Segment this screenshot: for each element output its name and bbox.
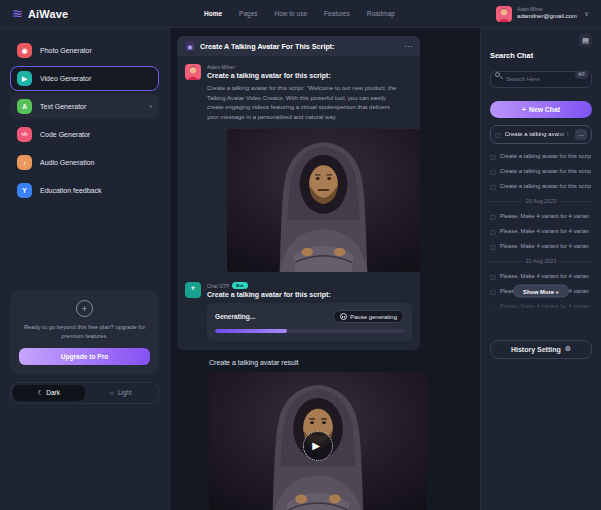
video-icon: ▶: [17, 71, 32, 86]
nav-roadmap[interactable]: Roadmap: [367, 10, 395, 17]
logo-icon: ≋: [12, 7, 23, 20]
nav-features[interactable]: Features: [324, 10, 350, 17]
sidebar-item-label: Video Generator: [40, 75, 91, 82]
chat-item-label: Please, Make 4 variant for 4 varian: [500, 273, 590, 279]
logo-text: AiWave: [28, 8, 69, 20]
message-author: Chat GTP Bot: [207, 282, 412, 289]
chat-item-label: Create a talking avatar for this scrip: [500, 168, 591, 174]
play-button[interactable]: ▶: [303, 431, 333, 461]
search-chat-title: Search Chat: [490, 51, 592, 60]
message-title: Create a talking avatar for this script:: [207, 291, 412, 298]
chat-history-item[interactable]: ▢ Create a talking avatar for this scrip: [490, 179, 592, 194]
chat-item-label: Please, Make 4 variant for 4 varian: [500, 213, 590, 219]
sidebar-item-photo-generator[interactable]: ◉ Photo Generator: [10, 38, 159, 63]
date-label: 21 Aug 2023: [526, 258, 556, 264]
active-chat-item[interactable]: ▢ Create a talking avatar for this scrip…: [490, 125, 592, 144]
chat-history-item[interactable]: ▢ Create a talking avatar for this scrip: [490, 164, 592, 179]
chat-history-item[interactable]: ▢ Create a talking avatar for this scrip: [490, 149, 592, 164]
dark-mode-button[interactable]: ☾ Dark: [13, 385, 85, 401]
result-section: Create a talking avatar result ▶ Downloa…: [209, 359, 480, 510]
message-content: Chat GTP Bot Create a talking avatar for…: [207, 282, 412, 341]
nav-how-to-use[interactable]: How to use: [275, 10, 308, 17]
history-sidebar: ▤ Search Chat ⌘F + New Chat ▢ Create a t…: [480, 28, 601, 510]
logo[interactable]: ≋ AiWave: [12, 7, 168, 20]
user-menu[interactable]: Adam Milner adamilner@gmail.com ∨: [496, 6, 589, 22]
sidebar-item-video-generator[interactable]: ▶ Video Generator: [10, 66, 159, 91]
chatgtp-avatar: *: [185, 282, 201, 298]
shortcut-badge: ⌘F: [575, 71, 588, 80]
chevron-right-icon: ›: [149, 102, 152, 111]
history-setting-label: History Setting: [511, 346, 561, 353]
dark-label: Dark: [46, 389, 60, 396]
collapse-panel-button[interactable]: ▤: [579, 34, 592, 47]
top-bar: ≋ AiWave Home Pages How to use Features …: [0, 0, 601, 28]
pause-label: Pause generating: [350, 314, 397, 320]
result-video: ▶: [209, 372, 427, 510]
main-nav: Home Pages How to use Features Roadmap: [204, 10, 395, 17]
nav-pages[interactable]: Pages: [239, 10, 257, 17]
date-divider: 21 Aug 2023: [490, 254, 592, 269]
chat-history-item[interactable]: ▢ Please, Make 4 variant for 4 varian: [490, 299, 592, 314]
sidebar-item-label: Text Generator: [40, 103, 86, 110]
sidebar-item-label: Code Generator: [40, 131, 90, 138]
chat-icon: ▢: [490, 213, 496, 220]
chat-icon: ▢: [490, 288, 496, 295]
sidebar-item-education-feedback[interactable]: Y Education feedback: [10, 178, 159, 203]
chat-area: ▣ Create A Talking Avatar For This Scrip…: [170, 28, 480, 510]
history-setting-button[interactable]: History Setting ⚙: [490, 340, 592, 359]
chat-item-label: Please, Make 4 variant for 4 varian: [500, 303, 590, 309]
search-box: ⌘F: [490, 67, 592, 88]
progress-bar: [215, 329, 404, 333]
chat-history-item[interactable]: ▢ Please, Make 4 variant for 4 varian: [490, 239, 592, 254]
chat-icon: ▢: [490, 228, 496, 235]
chat-history-item[interactable]: ▢ Please, Make 4 variant for 4 varian: [490, 269, 592, 284]
sun-icon: ☼: [109, 389, 115, 396]
more-options-icon[interactable]: ⋯: [404, 42, 412, 51]
gear-icon: ⚙: [565, 345, 571, 353]
message-author: Adam Milner: [207, 64, 412, 70]
show-more-button[interactable]: Show More +: [513, 285, 569, 298]
upgrade-card: + Ready to go beyond this free plan? upg…: [10, 290, 159, 375]
panel-icon: ▤: [582, 37, 589, 45]
new-chat-label: New Chat: [529, 106, 560, 113]
chat-title: Create A Talking Avatar For This Script:: [200, 42, 335, 51]
user-avatar: [496, 6, 512, 22]
upgrade-to-pro-button[interactable]: Upgrade to Pro: [19, 348, 150, 365]
avatar: [185, 64, 201, 80]
result-label: Create a talking avatar result: [209, 359, 480, 366]
bot-glyph-icon: *: [191, 285, 195, 296]
upgrade-text: Ready to go beyond this free plan? upgra…: [19, 323, 150, 341]
chat-history-item[interactable]: ▢ Please, Make 4 variant for 4 varian: [490, 209, 592, 224]
chat-card-header: ▣ Create A Talking Avatar For This Scrip…: [177, 36, 420, 56]
generating-label: Generating...: [215, 313, 255, 320]
nav-home[interactable]: Home: [204, 10, 222, 17]
light-label: Light: [118, 389, 132, 396]
date-label: 20 Aug 2023: [526, 198, 556, 204]
chat-history-item[interactable]: ▢ Please, Make 4 variant for 4 varian: [490, 224, 592, 239]
new-chat-button[interactable]: + New Chat: [490, 101, 592, 118]
date-divider: 20 Aug 2023: [490, 194, 592, 209]
moon-icon: ☾: [37, 389, 43, 397]
sidebar-item-audio-generation[interactable]: ♪ Audio Generation: [10, 150, 159, 175]
chat-icon: ▢: [490, 168, 496, 175]
plus-circle-icon: +: [76, 300, 93, 317]
message-content: Adam Milner Create a talking avatar for …: [207, 64, 412, 272]
education-icon: Y: [17, 183, 32, 198]
generating-panel: Generating... Pause generating: [207, 303, 412, 341]
chat-bubble-icon: ▣: [185, 41, 195, 51]
chat-icon: ▢: [490, 303, 496, 310]
user-email: adamilner@gmail.com: [517, 13, 577, 21]
sidebar-item-text-generator[interactable]: A Text Generator ›: [10, 94, 159, 119]
chat-icon: ▢: [490, 273, 496, 280]
sidebar-item-code-generator[interactable]: </> Code Generator: [10, 122, 159, 147]
sidebar-item-label: Photo Generator: [40, 47, 92, 54]
aiwave-app: ≋ AiWave Home Pages How to use Features …: [0, 0, 601, 510]
sidebar-item-label: Education feedback: [40, 187, 102, 194]
pause-generating-button[interactable]: Pause generating: [333, 310, 404, 323]
chat-icon: ▢: [490, 153, 496, 160]
light-mode-button[interactable]: ☼ Light: [85, 385, 157, 401]
search-icon: [495, 72, 500, 77]
chat-options-icon[interactable]: ⋯: [575, 129, 587, 140]
theme-toggle: ☾ Dark ☼ Light: [10, 382, 159, 404]
message-body: Create a talking avatar for this script:…: [207, 84, 402, 122]
